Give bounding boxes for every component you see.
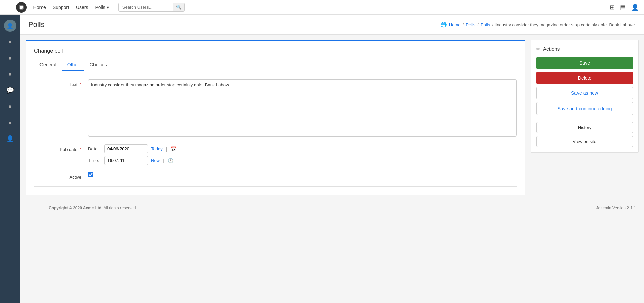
text-label: Text * [34,79,88,87]
required-star-text: * [80,82,81,87]
tabs: General Other Choices [34,59,517,71]
page-footer: Copyright © 2020 Acme Ltd. All rights re… [41,201,644,215]
pubdate-row: Pub date * Date: Today | 📅 [34,144,517,165]
active-field [88,172,517,177]
avatar-icon: 👤 [4,20,16,32]
sidebar-item-4[interactable]: ● [3,99,18,114]
content-area: Change poll General Other Choices Text *… [20,35,644,201]
active-checkbox[interactable] [88,172,93,177]
active-label: Active [34,172,88,180]
card-icon[interactable]: ▤ [620,4,626,11]
tab-other[interactable]: Other [62,59,84,71]
save-button[interactable]: Save [536,57,633,69]
date-time-group: Date: Today | 📅 Time: Now | [88,144,517,165]
search-area: 🔍 [118,3,185,12]
breadcrumb-polls2[interactable]: Polls [481,22,490,27]
search-button[interactable]: 🔍 [173,3,184,11]
app-logo [16,2,27,13]
delete-button[interactable]: Delete [536,72,633,84]
top-nav: ≡ Home Support Users Polls ▾ 🔍 ⊞ ▤ 👤 [0,0,644,15]
breadcrumb-home[interactable]: Home [449,22,461,27]
now-link[interactable]: Now [151,158,160,163]
layout: 👤 ● ● ● 💬 ● ● 👤 Polls 🌐 Home / Polls / P… [0,15,644,303]
form-card-title: Change poll [34,48,517,54]
text-field-row: Text * Industry consider they magazine o… [34,79,517,138]
clock-icon[interactable]: 🕐 [168,158,173,163]
sidebar-user-icon[interactable]: 👤 [3,131,18,146]
nav-home[interactable]: Home [33,5,46,10]
history-button[interactable]: History [536,122,633,133]
main-content: Polls 🌐 Home / Polls / Polls / Industry … [20,15,644,303]
page-header: Polls 🌐 Home / Polls / Polls / Industry … [20,15,644,35]
time-input[interactable] [104,156,148,165]
calendar-icon[interactable]: 📅 [170,146,176,152]
search-input[interactable] [119,3,173,11]
sidebar-item-5[interactable]: ● [3,115,18,130]
form-card: Change poll General Other Choices Text *… [26,40,525,195]
pubdate-label: Pub date * [34,144,88,152]
breadcrumb-home-icon: 🌐 [440,22,447,28]
text-textarea[interactable]: Industry consider they magazine order st… [88,79,517,137]
sidebar-chat-icon[interactable]: 💬 [3,83,18,98]
checkbox-row [88,172,517,177]
tab-choices[interactable]: Choices [84,59,112,71]
sidebar: 👤 ● ● ● 💬 ● ● 👤 [0,15,20,303]
grid-icon[interactable]: ⊞ [610,4,615,11]
required-star-date: * [80,147,81,152]
breadcrumb: 🌐 Home / Polls / Polls / Industry consid… [440,22,636,28]
page-title: Polls [28,20,45,29]
sidebar-avatar[interactable]: 👤 [3,18,18,33]
active-row: Active [34,172,517,180]
sidebar-item-3[interactable]: ● [3,67,18,82]
footer-copyright: Copyright © 2020 Acme Ltd. All rights re… [49,206,137,210]
actions-panel: ✏ Actions Save Delete Save as new Save a… [531,40,639,195]
pencil-icon: ✏ [536,46,540,52]
nav-support[interactable]: Support [53,5,69,10]
footer-version: Jazzmin Version 2.1.1 [596,206,636,210]
breadcrumb-polls1[interactable]: Polls [466,22,475,27]
save-continue-button[interactable]: Save and continue editing [536,102,633,115]
user-profile-icon[interactable]: 👤 [631,4,639,11]
sidebar-item-2[interactable]: ● [3,51,18,65]
actions-card: ✏ Actions Save Delete Save as new Save a… [531,40,639,153]
date-input[interactable] [104,144,148,153]
sidebar-item-1[interactable]: ● [3,34,18,49]
svg-point-1 [20,6,23,9]
text-field: Industry consider they magazine order st… [88,79,517,138]
today-link[interactable]: Today [151,146,163,151]
actions-header: ✏ Actions [536,46,633,52]
save-as-new-button[interactable]: Save as new [536,87,633,99]
breadcrumb-current: Industry consider they magazine order st… [495,22,636,27]
form-divider [34,186,517,187]
nav-links: Home Support Users Polls ▾ [33,5,109,10]
top-nav-right: ⊞ ▤ 👤 [610,4,639,11]
hamburger-icon[interactable]: ≡ [5,4,9,11]
view-on-site-button[interactable]: View on site [536,136,633,147]
date-sub-label: Date: [88,146,102,151]
pubdate-field: Date: Today | 📅 Time: Now | [88,144,517,165]
nav-polls-dropdown[interactable]: Polls ▾ [95,5,109,10]
time-row: Time: Now | 🕐 [88,156,517,165]
nav-users[interactable]: Users [76,5,88,10]
date-row: Date: Today | 📅 [88,144,517,153]
time-sub-label: Time: [88,158,102,163]
tab-general[interactable]: General [34,59,62,71]
actions-divider [536,118,633,118]
